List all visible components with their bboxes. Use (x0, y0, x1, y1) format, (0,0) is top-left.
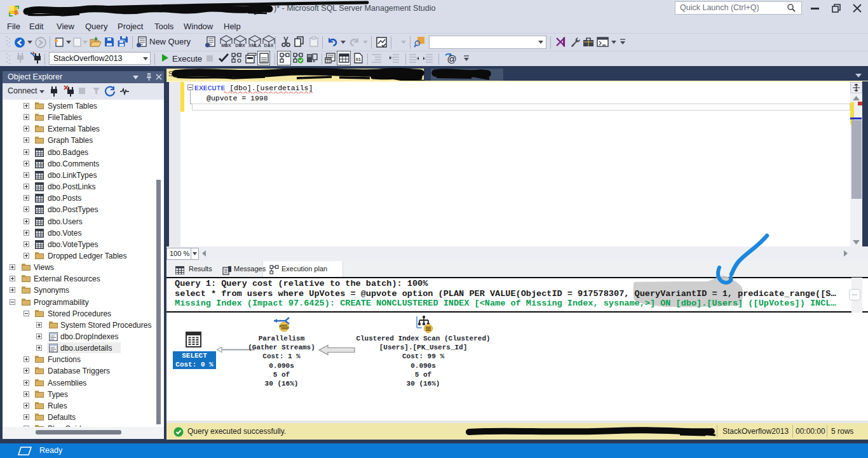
svg-text:@: @ (447, 53, 456, 64)
svg-text:XMLA: XMLA (248, 43, 261, 48)
svg-text:DAX: DAX (264, 43, 274, 48)
svg-text:DMX: DMX (235, 43, 245, 48)
svg-text:01: 01 (356, 57, 361, 62)
svg-text:MDX: MDX (221, 43, 231, 48)
